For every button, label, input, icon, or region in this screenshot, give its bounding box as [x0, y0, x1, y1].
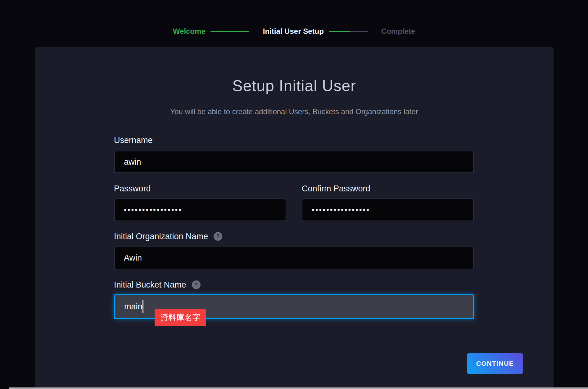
- bucket-label-row: Initial Bucket Name ?: [114, 280, 201, 290]
- setup-panel: Setup Initial User You will be able to c…: [35, 47, 554, 389]
- password-input[interactable]: [114, 199, 286, 221]
- continue-button[interactable]: CONTINUE: [467, 353, 523, 374]
- text-caret: [142, 300, 143, 313]
- bucket-label: Initial Bucket Name: [114, 280, 186, 290]
- username-label: Username: [114, 135, 153, 145]
- page-title: Setup Initial User: [35, 77, 554, 95]
- username-input[interactable]: [114, 151, 474, 173]
- step-progress-line-current: [329, 31, 368, 32]
- os-taskbar-sliver: [9, 387, 588, 389]
- confirm-password-label-row: Confirm Password: [302, 184, 370, 194]
- confirm-password-label: Confirm Password: [302, 184, 370, 194]
- confirm-password-input[interactable]: [302, 199, 474, 221]
- step-progress-line-done: [210, 31, 249, 32]
- organization-help-icon[interactable]: ?: [214, 232, 222, 241]
- bucket-tooltip: 資料庫名字: [155, 309, 206, 326]
- password-label-row: Password: [114, 184, 151, 194]
- step-initial-user-setup: Initial User Setup: [263, 27, 324, 36]
- organization-label: Initial Organization Name: [114, 231, 208, 241]
- organization-label-row: Initial Organization Name ?: [114, 231, 222, 241]
- username-label-row: Username: [114, 135, 153, 145]
- page-subtitle: You will be able to create additional Us…: [35, 107, 554, 116]
- step-complete: Complete: [381, 27, 415, 36]
- bucket-help-icon[interactable]: ?: [192, 280, 201, 289]
- organization-input[interactable]: [114, 247, 474, 269]
- step-welcome: Welcome: [173, 27, 206, 36]
- onboarding-stepper: Welcome Initial User Setup Complete: [0, 27, 588, 36]
- password-label: Password: [114, 184, 151, 194]
